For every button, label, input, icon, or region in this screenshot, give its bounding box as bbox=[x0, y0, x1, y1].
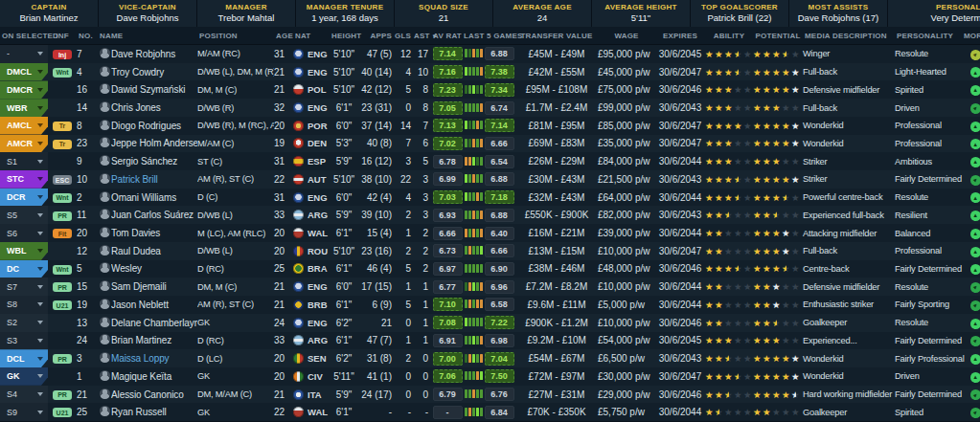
player-name[interactable]: Diogo Rodrigues bbox=[111, 121, 197, 131]
info-panel-most-assists[interactable]: MOST ASSISTS Dave Robjohns (17) bbox=[789, 0, 887, 27]
player-name[interactable]: Dawid Szymański bbox=[111, 84, 197, 95]
column-header-ast[interactable]: AST▼ bbox=[414, 32, 431, 40]
column-header-expires[interactable]: EXPIRES bbox=[655, 32, 705, 40]
position-selector[interactable]: AMCR bbox=[0, 135, 48, 153]
column-header-on-selected[interactable]: ON SELECTED bbox=[0, 32, 48, 40]
column-header-name[interactable]: NAME bbox=[98, 32, 197, 40]
position-selector[interactable]: WBL bbox=[0, 242, 48, 260]
player-name[interactable]: Wesley bbox=[111, 263, 197, 274]
position-selector[interactable]: S8 bbox=[0, 296, 48, 314]
player-row[interactable]: DC Wnt 5 Wesley D (RC) 25 BRA 6'1" 46 (4… bbox=[0, 260, 980, 278]
info-panel-average-height[interactable]: AVERAGE HEIGHT 5'11" bbox=[592, 0, 690, 27]
player-row[interactable]: DMCR 16 Dawid Szymański DM, M (C) 21 POL… bbox=[0, 80, 980, 99]
position: M/AM (C) bbox=[197, 139, 274, 148]
position-selector[interactable]: S4 bbox=[0, 386, 48, 404]
column-header-apps[interactable]: APPS bbox=[356, 32, 395, 40]
player-row[interactable]: DCL PR 3 Maissa Loppy D (LC) 20 SEN 6'2"… bbox=[0, 349, 980, 367]
position-selector[interactable]: S3 bbox=[0, 332, 48, 350]
column-header-age[interactable]: AGE bbox=[274, 32, 293, 40]
position-selector[interactable]: S7 bbox=[0, 278, 48, 296]
column-header-potential[interactable]: POTENTIAL bbox=[753, 32, 803, 40]
position-selector[interactable]: DCR bbox=[0, 189, 48, 207]
column-header-position[interactable]: POSITION bbox=[197, 32, 274, 40]
goals: 3 bbox=[395, 156, 414, 167]
column-header-media-description[interactable]: MEDIA DESCRIPTION bbox=[803, 32, 895, 40]
player-name[interactable]: Brian Martinez bbox=[111, 335, 197, 345]
position-selector[interactable]: DC bbox=[0, 260, 48, 278]
form-bar bbox=[476, 371, 479, 380]
column-header-transfer-value[interactable]: TRANSFER VALUE bbox=[515, 32, 598, 40]
column-header-no-[interactable]: NO. bbox=[77, 32, 98, 40]
info-panel-vice-captain[interactable]: VICE-CAPTAIN Dave Robjohns bbox=[99, 0, 196, 27]
player-name[interactable]: Magique Keïta bbox=[111, 371, 197, 382]
player-name[interactable]: Dave Robjohns bbox=[111, 49, 197, 59]
player-name[interactable]: Sergio Sánchez bbox=[111, 156, 197, 167]
player-row[interactable]: WBR 14 Chris Jones D/WB (R) 32 ENG 6'1" … bbox=[0, 99, 980, 117]
player-name[interactable]: Jason Neblett bbox=[111, 300, 197, 310]
player-row[interactable]: S5 PR 11 Juan Carlos Suárez D/WB (L) 33 … bbox=[0, 206, 980, 224]
player-row[interactable]: GK 1 Magique Keïta GK 20 CIV 5'11" 41 (1… bbox=[0, 367, 980, 386]
player-row[interactable]: S2 13 Delane Chamberlayne GK 24 ENG 6'2"… bbox=[0, 314, 980, 332]
player-row[interactable]: S4 PR 21 Alessio Canonico DM, M/AM (C) 2… bbox=[0, 386, 980, 404]
position-selector[interactable]: WBR bbox=[0, 99, 48, 117]
column-header-inf[interactable]: INF bbox=[48, 32, 77, 40]
player-row[interactable]: S3 24 Brian Martinez D (RC) 33 ARG 6'1" … bbox=[0, 332, 980, 350]
position-selector[interactable]: STC bbox=[0, 170, 48, 189]
player-name[interactable]: Tom Davies bbox=[111, 228, 197, 238]
player-row[interactable]: S9 U21 25 Ryan Russell GK 22 WAL 6'1" - … bbox=[0, 403, 980, 421]
player-name[interactable]: Chris Jones bbox=[111, 102, 197, 113]
position-selector[interactable]: GK bbox=[0, 367, 48, 386]
player-row[interactable]: DCR Wnt 2 Omani Williams D (C) 31 ENG 6'… bbox=[0, 189, 980, 207]
column-header-personality[interactable]: PERSONALITY bbox=[895, 32, 964, 40]
player-name[interactable]: Alessio Canonico bbox=[111, 389, 197, 400]
column-header-gls[interactable]: GLS bbox=[395, 32, 414, 40]
info-panel-manager-tenure[interactable]: MANAGER TENURE 1 year, 168 days bbox=[296, 0, 394, 27]
player-row[interactable]: S1 9 Sergio Sánchez ST (C) 31 ESP 5'9" 1… bbox=[0, 152, 980, 170]
player-name[interactable]: Patrick Brill bbox=[111, 174, 197, 185]
position-selector[interactable]: S9 bbox=[0, 403, 48, 421]
player-name[interactable]: Jeppe Holm Andersen bbox=[111, 138, 197, 148]
info-panel-captain[interactable]: CAPTAIN Brian Martinez bbox=[0, 0, 98, 27]
position-selector-label: DMCL bbox=[7, 67, 32, 77]
info-panel-squad-size[interactable]: SQUAD SIZE 21 bbox=[395, 0, 492, 27]
player-row[interactable]: AMCL Tr 8 Diogo Rodrigues D/WB (R), M (R… bbox=[0, 117, 980, 135]
position-selector[interactable]: DCL bbox=[0, 349, 48, 367]
position-selector[interactable]: S6 bbox=[0, 224, 48, 242]
column-header-ability[interactable]: ABILITY bbox=[705, 32, 753, 40]
player-name[interactable]: Juan Carlos Suárez bbox=[111, 210, 197, 220]
position-selector[interactable]: S5 bbox=[0, 206, 48, 224]
player-row[interactable]: S8 U21 19 Jason Neblett AM (R), ST (C) 2… bbox=[0, 296, 980, 314]
player-row[interactable]: S7 PR 15 Sam Djemaili DM, M (C) 21 ENG 6… bbox=[0, 278, 980, 296]
player-name[interactable]: Maissa Loppy bbox=[111, 353, 197, 364]
player-name[interactable]: Omani Williams bbox=[111, 192, 197, 203]
column-header-height[interactable]: HEIGHT bbox=[331, 32, 356, 40]
player-row[interactable]: WBL 12 Raul Dudea D/WB (L) 20 ROU 5'10" … bbox=[0, 242, 980, 260]
info-panel-manager[interactable]: MANAGER Trebor Mahtal bbox=[197, 0, 295, 27]
player-name[interactable]: Ryan Russell bbox=[111, 407, 197, 417]
personality: Resolute bbox=[895, 49, 964, 58]
player-name[interactable]: Delane Chamberlayne bbox=[111, 318, 197, 328]
column-header-morale[interactable]: MORALE bbox=[964, 32, 980, 40]
position-selector[interactable]: S1 bbox=[0, 152, 48, 170]
info-panel-top-goalscorer[interactable]: TOP GOALSCORER Patrick Brill (22) bbox=[691, 0, 788, 27]
player-row[interactable]: S6 Fit 20 Tom Davies M (LC), AM (RLC) 20… bbox=[0, 224, 980, 242]
form-bar bbox=[476, 246, 479, 255]
position-selector[interactable]: AMCL bbox=[0, 117, 48, 135]
player-row[interactable]: - Inj 7 Dave Robjohns M/AM (RC) 31 ENG 5… bbox=[0, 45, 980, 63]
player-row[interactable]: DMCL Wnt 4 Troy Cowdry D/WB (L), DM, M (… bbox=[0, 63, 980, 81]
player-row[interactable]: AMCR Tr 23 Jeppe Holm Andersen M/AM (C) … bbox=[0, 135, 980, 153]
position-selector[interactable]: S2 bbox=[0, 314, 48, 332]
column-header-nat[interactable]: NAT bbox=[293, 32, 331, 40]
player-name[interactable]: Troy Cowdry bbox=[111, 67, 197, 78]
info-panel-average-age[interactable]: AVERAGE AGE 24 bbox=[493, 0, 591, 27]
column-header-last-5-games[interactable]: LAST 5 GAMES bbox=[464, 32, 515, 40]
column-header-av-rat[interactable]: AV RAT bbox=[431, 32, 464, 40]
position-selector[interactable]: DMCR bbox=[0, 80, 48, 99]
position-selector[interactable]: DMCL bbox=[0, 63, 48, 81]
info-panel-personality[interactable]: PERSONALITY Very Determined bbox=[888, 0, 980, 27]
position-selector[interactable]: - bbox=[0, 45, 48, 63]
player-row[interactable]: STC ESC 10 Patrick Brill AM (R), ST (C) … bbox=[0, 170, 980, 189]
player-name[interactable]: Raul Dudea bbox=[111, 246, 197, 256]
column-header-wage[interactable]: WAGE bbox=[598, 32, 655, 40]
player-name[interactable]: Sam Djemaili bbox=[111, 281, 197, 292]
